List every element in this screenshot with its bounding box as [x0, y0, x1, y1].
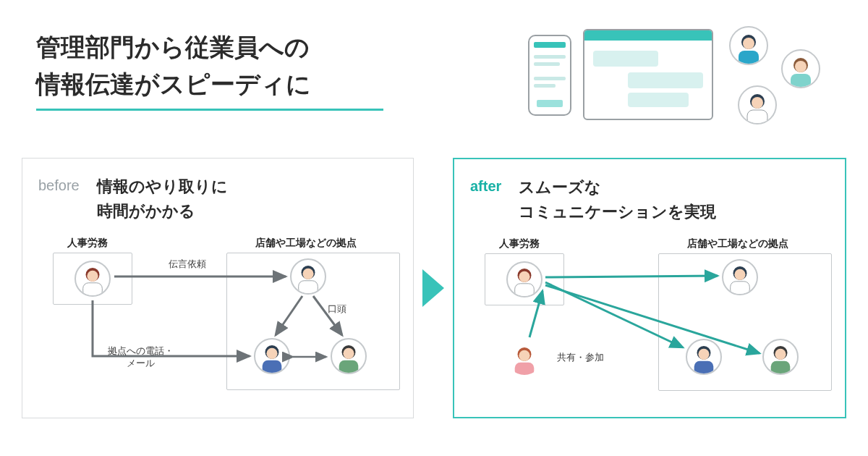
after-hr-label: 人事労務 — [499, 237, 540, 250]
svg-point-35 — [698, 349, 709, 360]
before-badge: before — [38, 174, 80, 194]
avatar-hr — [75, 261, 111, 297]
svg-point-19 — [343, 348, 354, 359]
avatar-worker — [254, 338, 290, 374]
headline-underline — [36, 109, 383, 111]
svg-rect-17 — [263, 360, 282, 373]
before-panel: before 情報のやり取りに 時間がかかる 人事労務 店舗や工場などの拠点 — [22, 158, 414, 418]
svg-point-32 — [734, 269, 745, 280]
svg-point-29 — [519, 350, 529, 361]
after-title: スムーズな コミュニケーションを実現 — [519, 175, 716, 224]
svg-point-16 — [266, 348, 277, 359]
before-edge-verbal: 口頭 — [328, 303, 346, 316]
after-badge: after — [470, 175, 501, 195]
svg-point-13 — [302, 269, 313, 279]
before-after-panels: before 情報のやり取りに 時間がかかる 人事労務 店舗や工場などの拠点 — [22, 158, 846, 418]
before-edge-phone-mail: 拠点への電話・ メール — [108, 345, 174, 370]
hero-illustration — [521, 29, 832, 130]
svg-point-7 — [752, 97, 763, 109]
avatar-leader — [722, 259, 758, 295]
headline-line1: 管理部門から従業員への — [36, 29, 383, 66]
after-header: after スムーズな コミュニケーションを実現 — [470, 175, 829, 224]
headline-block: 管理部門から従業員への 情報伝達がスピーディに — [36, 29, 383, 111]
headline-line2: 情報伝達がスピーディに — [36, 66, 383, 103]
before-edge-request: 伝言依頼 — [169, 258, 206, 271]
svg-rect-27 — [515, 284, 535, 296]
before-site-label: 店舗や工場などの拠点 — [255, 237, 357, 250]
headline: 管理部門から従業員への 情報伝達がスピーディに — [36, 29, 383, 103]
svg-rect-8 — [747, 110, 767, 123]
svg-rect-30 — [515, 363, 535, 375]
svg-rect-33 — [731, 282, 750, 294]
before-diagram: 人事労務 店舗や工場などの拠点 — [38, 237, 397, 403]
svg-point-4 — [795, 61, 807, 72]
after-site-label: 店舗や工場などの拠点 — [687, 237, 788, 250]
browser-window-icon — [583, 29, 713, 120]
svg-rect-5 — [791, 74, 811, 87]
avatar-leader — [290, 258, 326, 295]
svg-rect-36 — [694, 361, 714, 373]
avatar-worker — [686, 339, 722, 375]
avatar-icon — [738, 85, 777, 124]
avatar-extra — [506, 339, 542, 375]
avatar-icon — [729, 26, 768, 65]
after-diagram: 人事労務 店舗や工場などの拠点 — [470, 237, 829, 404]
svg-rect-14 — [299, 281, 318, 293]
svg-point-1 — [743, 38, 754, 49]
svg-point-38 — [775, 349, 786, 360]
header: 管理部門から従業員への 情報伝達がスピーディに — [22, 14, 846, 138]
svg-rect-11 — [83, 283, 103, 295]
svg-rect-39 — [771, 361, 791, 373]
after-panel: after スムーズな コミュニケーションを実現 人事労務 店舗や工場などの拠点 — [453, 158, 846, 418]
after-edge-share: 共有・参加 — [557, 352, 604, 364]
avatar-hr — [506, 261, 542, 297]
before-header: before 情報のやり取りに 時間がかかる — [38, 174, 397, 224]
avatar-icon — [781, 49, 820, 88]
arrow-triangle-icon — [422, 269, 444, 307]
svg-rect-20 — [339, 360, 359, 373]
svg-point-26 — [519, 271, 529, 282]
svg-rect-2 — [739, 51, 759, 64]
svg-point-10 — [87, 271, 98, 282]
before-title: 情報のやり取りに 時間がかかる — [97, 174, 228, 224]
avatar-worker — [762, 339, 799, 375]
avatar-worker — [331, 338, 367, 374]
before-hr-label: 人事労務 — [67, 237, 108, 250]
phone-icon — [528, 35, 571, 116]
